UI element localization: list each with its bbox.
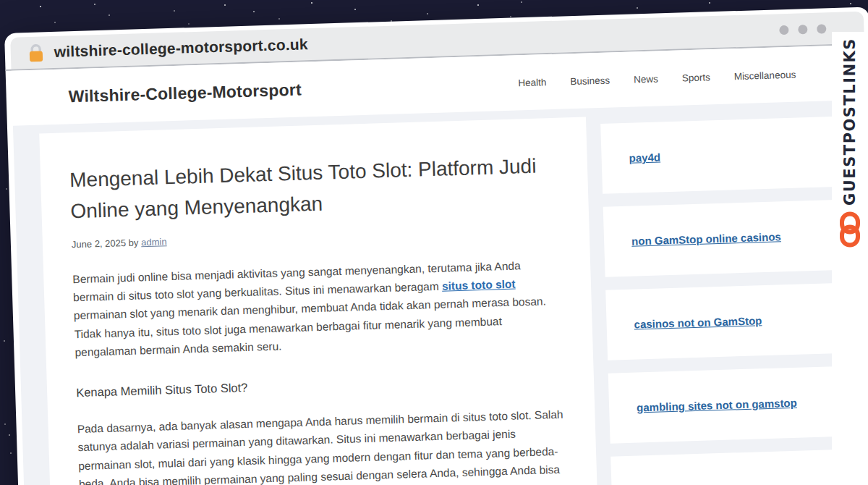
- post-meta: June 2, 2025 by admin: [72, 224, 561, 250]
- stars: [0, 0, 1, 1]
- window-control-dot[interactable]: [779, 25, 788, 34]
- sidebar-link[interactable]: pay4d: [629, 151, 660, 164]
- sidebar-card: pay4d: [600, 117, 835, 194]
- window-control-dot[interactable]: [798, 25, 807, 34]
- post-title: Mengenal Lebih Dekat Situs Toto Slot: Pl…: [69, 150, 560, 227]
- sidebar-link[interactable]: non GamStop online casinos: [631, 230, 781, 247]
- starry-background: wiltshire-college-motorsport.co.uk Wilts…: [0, 0, 868, 485]
- author-link[interactable]: admin: [141, 236, 167, 248]
- window-control-dot[interactable]: [817, 24, 826, 33]
- nav-link[interactable]: Sports: [682, 72, 710, 83]
- main-navigation: HealthBusinessNewsSportsMiscellaneous: [518, 69, 796, 88]
- nav-link[interactable]: Miscellaneous: [734, 69, 796, 82]
- window-controls: [779, 24, 826, 35]
- sidebar-card: gambling sites not on gamstop: [608, 366, 843, 444]
- post-date: June 2, 2025: [72, 237, 127, 250]
- sidebar-link[interactable]: casinos not on GamStop: [634, 314, 762, 330]
- byline-label: by: [128, 237, 138, 248]
- nav-link[interactable]: Business: [570, 75, 610, 87]
- sidebar-card: casinos not on GamStop: [605, 283, 841, 360]
- address-bar[interactable]: wiltshire-college-motorsport.co.uk: [54, 35, 308, 61]
- paragraph-2: Pada dasarnya, ada banyak alasan mengapa…: [77, 405, 569, 485]
- page-body: Mengenal Lebih Dekat Situs Toto Slot: Pl…: [13, 100, 868, 485]
- nav-link[interactable]: News: [634, 73, 658, 85]
- paragraph-text: permainan slot yang menarik dan menghibu…: [74, 295, 546, 358]
- browser-window: wiltshire-college-motorsport.co.uk Wilts…: [4, 7, 868, 485]
- article-card: Mengenal Lebih Dekat Situs Toto Slot: Pl…: [39, 117, 598, 485]
- nav-link[interactable]: Health: [518, 77, 546, 88]
- sidebar-link[interactable]: gambling sites not on gamstop: [637, 397, 797, 414]
- paragraph-1: Bermain judi online bisa menjadi aktivit…: [72, 255, 564, 361]
- chain-link-icon: [838, 211, 861, 248]
- guestpostlinks-label: GUESTPOSTLINKS: [841, 38, 859, 206]
- sidebar-card: non GamStop online casinos: [603, 200, 838, 277]
- site-title-link[interactable]: Wiltshire-College-Motorsport: [68, 80, 302, 106]
- guestpostlinks-watermark: GUESTPOSTLINKS: [832, 32, 868, 485]
- situs-toto-slot-link[interactable]: situs toto slot: [442, 278, 516, 292]
- section-heading: Kenapa Memilih Situs Toto Slot?: [76, 371, 565, 400]
- sidebar-card-partial: [610, 450, 846, 485]
- sidebar: pay4d non GamStop online casinos casinos…: [600, 117, 846, 485]
- lock-icon: [27, 43, 44, 63]
